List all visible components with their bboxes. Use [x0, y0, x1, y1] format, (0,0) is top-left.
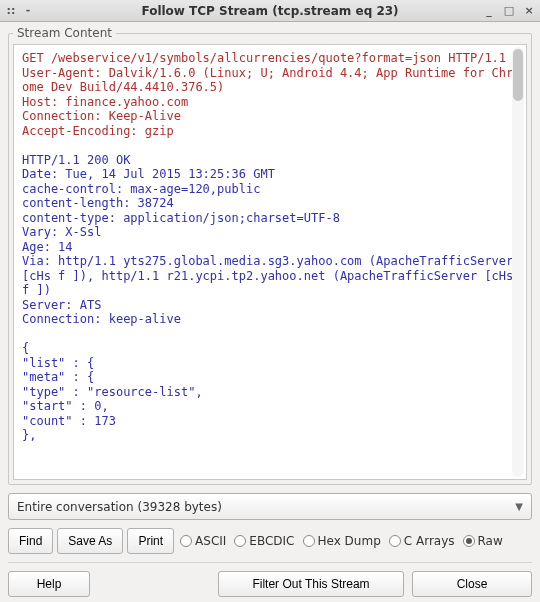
minimize-icon[interactable]: _ — [482, 5, 496, 16]
find-button[interactable]: Find — [8, 528, 53, 554]
conversation-selector[interactable]: Entire conversation (39328 bytes) ▼ — [8, 493, 532, 520]
scrollbar[interactable] — [512, 47, 524, 477]
maximize-icon[interactable]: □ — [502, 5, 516, 16]
format-radio-raw[interactable]: Raw — [461, 534, 505, 548]
separator — [8, 562, 532, 563]
format-radio-ebcdic[interactable]: EBCDIC — [232, 534, 296, 548]
chevron-down-icon: ▼ — [515, 501, 523, 512]
conversation-selector-label: Entire conversation (39328 bytes) — [17, 500, 222, 514]
format-label: Raw — [478, 534, 503, 548]
radio-icon — [234, 535, 246, 547]
format-radio-hexdump[interactable]: Hex Dump — [301, 534, 383, 548]
footer-row: Help Filter Out This Stream Close — [8, 571, 532, 597]
format-radio-carrays[interactable]: C Arrays — [387, 534, 457, 548]
help-button[interactable]: Help — [8, 571, 90, 597]
radio-icon — [303, 535, 315, 547]
save-as-button[interactable]: Save As — [57, 528, 123, 554]
window-titlebar: :: ⁃ Follow TCP Stream (tcp.stream eq 23… — [0, 0, 540, 22]
radio-icon — [180, 535, 192, 547]
format-radio-ascii[interactable]: ASCII — [178, 534, 228, 548]
action-row: Find Save As Print ASCII EBCDIC Hex Dump… — [8, 528, 532, 554]
spacer — [98, 571, 210, 597]
stream-content-legend: Stream Content — [13, 26, 116, 40]
format-label: EBCDIC — [249, 534, 294, 548]
close-button[interactable]: Close — [412, 571, 532, 597]
close-icon[interactable]: × — [522, 5, 536, 16]
stream-request-text[interactable]: GET /webservice/v1/symbols/allcurrencies… — [22, 51, 513, 138]
format-label: Hex Dump — [318, 534, 381, 548]
stream-text-area[interactable]: GET /webservice/v1/symbols/allcurrencies… — [13, 44, 527, 480]
print-button[interactable]: Print — [127, 528, 174, 554]
radio-icon — [389, 535, 401, 547]
window-title: Follow TCP Stream (tcp.stream eq 23) — [60, 4, 480, 18]
stream-response-text[interactable]: HTTP/1.1 200 OK Date: Tue, 14 Jul 2015 1… — [22, 153, 521, 443]
dialog-body: Stream Content GET /webservice/v1/symbol… — [0, 22, 540, 602]
pin-icon[interactable]: ⁃ — [21, 5, 35, 16]
format-label: ASCII — [195, 534, 226, 548]
app-menu-icon[interactable]: :: — [4, 5, 18, 16]
radio-icon — [463, 535, 475, 547]
format-label: C Arrays — [404, 534, 455, 548]
stream-content-fieldset: Stream Content GET /webservice/v1/symbol… — [8, 26, 532, 485]
filter-out-button[interactable]: Filter Out This Stream — [218, 571, 404, 597]
scrollbar-thumb[interactable] — [513, 49, 523, 101]
